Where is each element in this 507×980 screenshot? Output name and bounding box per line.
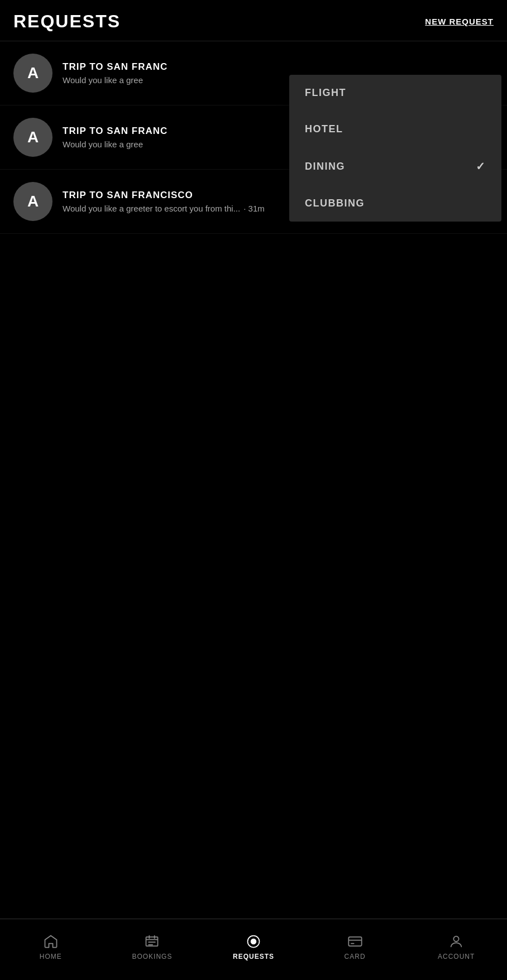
nav-item-card[interactable]: CARD [304,934,406,960]
bookings-icon [144,934,160,949]
new-request-button[interactable]: NEW REQUEST [425,17,494,26]
dropdown-item-dining[interactable]: DINING ✓ [289,147,501,185]
bottom-nav: HOME BOOKINGS REQUESTS [0,919,507,980]
svg-rect-3 [348,936,361,945]
avatar: A [13,54,52,93]
avatar: A [13,118,52,157]
header: REQUESTS NEW REQUEST [0,0,507,41]
requests-icon [246,934,261,949]
nav-label-requests: REQUESTS [233,953,274,960]
check-icon: ✓ [476,160,486,173]
nav-label-bookings: BOOKINGS [132,953,172,960]
request-list: A TRIP TO SAN FRANC Would you like a gre… [0,41,507,234]
request-title: TRIP TO SAN FRANC [63,61,494,73]
account-icon [448,934,464,949]
svg-point-4 [454,936,459,941]
card-icon [347,934,363,949]
nav-label-home: HOME [40,953,62,960]
page-title: REQUESTS [13,11,121,32]
home-icon [43,934,59,949]
dropdown-menu: FLIGHT HOTEL DINING ✓ CLUBBING [289,75,501,222]
nav-label-card: CARD [345,953,366,960]
nav-item-home[interactable]: HOME [0,934,102,960]
dropdown-item-hotel[interactable]: HOTEL [289,111,501,147]
nav-item-requests[interactable]: REQUESTS [203,934,304,960]
request-time: · 31m [243,204,265,213]
dropdown-item-flight[interactable]: FLIGHT [289,75,501,111]
avatar: A [13,182,52,221]
svg-point-2 [251,939,256,944]
nav-item-account[interactable]: ACCOUNT [405,934,507,960]
nav-label-account: ACCOUNT [438,953,475,960]
nav-item-bookings[interactable]: BOOKINGS [102,934,203,960]
dropdown-item-clubbing[interactable]: CLUBBING [289,185,501,222]
